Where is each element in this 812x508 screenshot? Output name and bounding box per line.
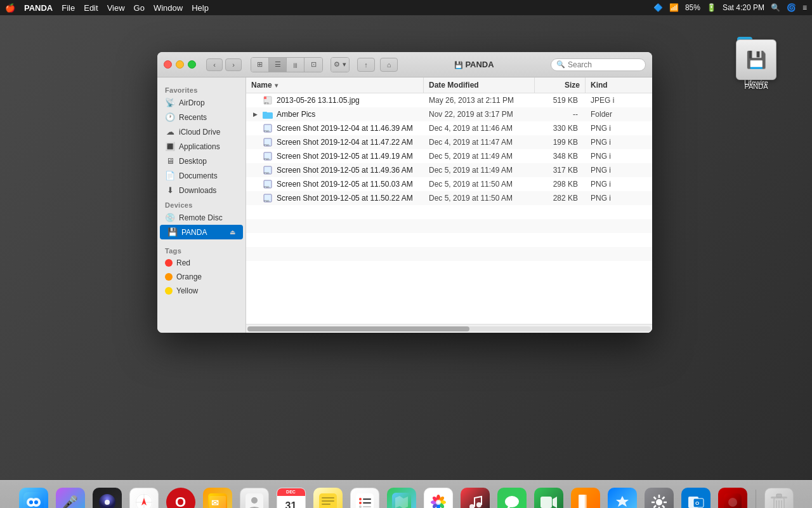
close-button[interactable] bbox=[164, 60, 172, 69]
svg-rect-37 bbox=[322, 504, 331, 505]
panda-desktop-icon[interactable]: 💾 PANDA bbox=[736, 39, 776, 90]
dock-item-calendar[interactable]: DEC 31 bbox=[275, 486, 308, 509]
table-row[interactable]: PNG Screen Shot 2019-12-05 at 11.49.36 A… bbox=[246, 163, 652, 177]
svg-point-56 bbox=[469, 504, 475, 509]
control-center-icon[interactable]: ≡ bbox=[802, 3, 807, 12]
remote-disc-icon: 💿 bbox=[165, 213, 175, 222]
menu-help[interactable]: Help bbox=[192, 3, 209, 13]
sidebar-item-downloads[interactable]: ⬇ Downloads bbox=[157, 183, 246, 197]
search-box[interactable]: 🔍 bbox=[551, 58, 646, 71]
app-name[interactable]: PANDA bbox=[24, 3, 53, 13]
dock-item-finder[interactable] bbox=[17, 486, 50, 509]
back-button[interactable]: ‹ bbox=[206, 58, 223, 71]
svg-rect-4 bbox=[263, 112, 267, 114]
table-row[interactable]: JPG 2013-05-26 13.11.05.jpg May 26, 2013… bbox=[246, 93, 652, 107]
dock-item-trash[interactable] bbox=[763, 486, 796, 509]
sidebar-item-icloud[interactable]: ☁ iCloud Drive bbox=[157, 124, 246, 139]
arrange-button[interactable]: ⚙ ▾ bbox=[331, 58, 349, 72]
table-row[interactable]: PNG Screen Shot 2019-12-04 at 11.46.39 A… bbox=[246, 121, 652, 135]
table-row[interactable]: PNG Screen Shot 2019-12-04 at 11.47.22 A… bbox=[246, 135, 652, 149]
share-button[interactable]: ↑ bbox=[357, 58, 375, 72]
table-row[interactable]: ▶ Amber Pics Nov 22, 2019 at 3:17 PM -- bbox=[246, 107, 652, 121]
svg-point-55 bbox=[436, 500, 441, 505]
dock-item-facetime[interactable] bbox=[532, 486, 565, 509]
sidebar-item-documents[interactable]: 📄 Documents bbox=[157, 168, 246, 183]
menu-edit[interactable]: Edit bbox=[84, 3, 98, 13]
file-name-cell: JPG 2013-05-26 13.11.05.jpg bbox=[246, 95, 424, 106]
sidebar-item-panda[interactable]: 💾 PANDA ⏏ bbox=[160, 225, 243, 239]
spotlight-icon[interactable]: 🔍 bbox=[771, 3, 780, 12]
sidebar-item-tag-red[interactable]: Red bbox=[157, 256, 246, 270]
reminders-icon bbox=[350, 488, 379, 509]
dock-item-reminders[interactable] bbox=[348, 486, 381, 509]
eject-button[interactable]: ⏏ bbox=[230, 229, 235, 236]
battery-icon: 🔋 bbox=[707, 3, 716, 12]
dock-item-maps[interactable] bbox=[385, 486, 418, 509]
dock-item-music[interactable] bbox=[459, 486, 492, 509]
svg-point-57 bbox=[476, 502, 481, 507]
empty-row bbox=[246, 219, 652, 233]
table-row[interactable]: PNG Screen Shot 2019-12-05 at 11.49.19 A… bbox=[246, 149, 652, 163]
dock-item-unknown[interactable] bbox=[716, 486, 749, 509]
dock-item-safari[interactable] bbox=[128, 486, 160, 509]
list-view-button[interactable]: ☰ bbox=[269, 58, 287, 72]
menu-view[interactable]: View bbox=[107, 3, 125, 13]
file-name-cell: PNG Screen Shot 2019-12-05 at 11.50.22 A… bbox=[246, 192, 424, 204]
empty-row bbox=[246, 205, 652, 219]
col-header-date[interactable]: Date Modified bbox=[424, 77, 535, 93]
dock-item-outlook[interactable]: O bbox=[679, 486, 712, 509]
expand-arrow[interactable]: ▶ bbox=[251, 110, 259, 118]
col-header-size[interactable]: Size bbox=[535, 77, 586, 93]
sidebar-item-airdrop[interactable]: 📡 AirDrop bbox=[157, 95, 246, 110]
dock-item-notes[interactable] bbox=[311, 486, 344, 509]
search-input[interactable] bbox=[568, 60, 638, 69]
sidebar-item-applications[interactable]: 🔳 Applications bbox=[157, 139, 246, 154]
facetime-icon bbox=[534, 488, 563, 509]
recents-label: Recents bbox=[179, 113, 207, 122]
table-row[interactable]: PNG Screen Shot 2019-12-05 at 11.50.03 A… bbox=[246, 177, 652, 191]
dock-item-systemprefs[interactable] bbox=[643, 486, 676, 509]
desktop: Lifewire 💾 PANDA ‹ › ⊞ ☰ bbox=[0, 15, 812, 480]
dock-item-opera[interactable]: O bbox=[164, 486, 197, 509]
sidebar-item-tag-orange[interactable]: Orange bbox=[157, 270, 246, 284]
menu-file[interactable]: File bbox=[62, 3, 75, 13]
gallery-view-button[interactable]: ⊡ bbox=[304, 58, 322, 72]
file-kind-cell: PNG i bbox=[586, 178, 652, 190]
dock-item-mail[interactable]: ✉ bbox=[201, 486, 234, 509]
empty-row bbox=[246, 233, 652, 247]
apple-menu[interactable]: 🍎 bbox=[5, 3, 15, 13]
svg-rect-63 bbox=[581, 495, 587, 509]
tags-section-label: Tags bbox=[157, 243, 246, 256]
svg-point-23 bbox=[105, 500, 110, 505]
horizontal-scrollbar[interactable] bbox=[246, 324, 652, 333]
sidebar-item-tag-yellow[interactable]: Yellow bbox=[157, 284, 246, 298]
icon-view-button[interactable]: ⊞ bbox=[251, 58, 269, 72]
siri-icon[interactable]: 🌀 bbox=[787, 3, 796, 12]
forward-button[interactable]: › bbox=[225, 58, 242, 71]
file-kind-cell: PNG i bbox=[586, 123, 652, 134]
path-button[interactable]: ⌂ bbox=[380, 58, 398, 72]
col-header-name[interactable]: Name ▾ bbox=[246, 77, 424, 93]
column-view-button[interactable]: ⫼ bbox=[287, 58, 304, 72]
dock-item-contacts[interactable] bbox=[238, 486, 271, 509]
dock-item-books[interactable] bbox=[569, 486, 602, 509]
file-date-cell: Dec 4, 2019 at 11:46 AM bbox=[424, 123, 535, 134]
sidebar-item-remote-disc[interactable]: 💿 Remote Disc bbox=[157, 210, 246, 225]
sidebar-item-recents[interactable]: 🕐 Recents bbox=[157, 110, 246, 124]
col-header-kind[interactable]: Kind bbox=[586, 77, 652, 93]
minimize-button[interactable] bbox=[176, 60, 184, 69]
icloud-label: iCloud Drive bbox=[179, 128, 220, 137]
menu-window[interactable]: Window bbox=[154, 3, 183, 13]
menu-go[interactable]: Go bbox=[134, 3, 145, 13]
dock-item-launchpad[interactable] bbox=[91, 486, 124, 509]
sidebar-item-desktop[interactable]: 🖥 Desktop bbox=[157, 154, 246, 168]
svg-text:JPG: JPG bbox=[264, 102, 269, 105]
dock-item-appstore[interactable] bbox=[606, 486, 639, 509]
svg-rect-38 bbox=[356, 493, 374, 509]
dock-item-photos[interactable] bbox=[422, 486, 455, 509]
table-row[interactable]: PNG Screen Shot 2019-12-05 at 11.50.22 A… bbox=[246, 191, 652, 205]
scrollbar-thumb[interactable] bbox=[247, 326, 469, 331]
dock-item-messages[interactable] bbox=[495, 486, 528, 509]
dock-item-siri[interactable]: 🎤 bbox=[54, 486, 87, 509]
maximize-button[interactable] bbox=[188, 60, 196, 69]
